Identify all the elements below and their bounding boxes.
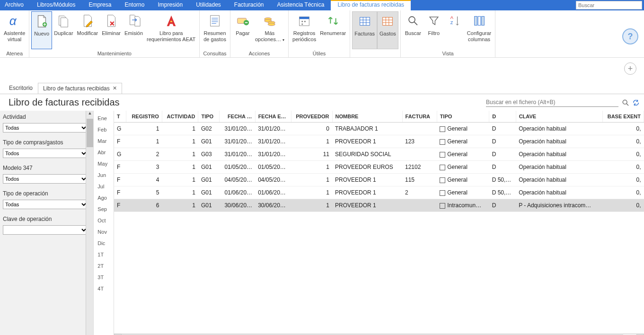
ribbon-group-label: Consultas <box>200 50 230 57</box>
period-dic[interactable]: Dic <box>94 238 114 249</box>
close-icon[interactable]: ✕ <box>113 85 117 91</box>
table-row[interactable]: F11G0131/01/20…31/01/20…1PROVEEDOR 1123G… <box>114 135 644 148</box>
period-ene[interactable]: Ene <box>94 113 114 124</box>
filter-modelo--select[interactable]: Todos <box>3 174 88 184</box>
renumerar-label: Renumerar <box>320 30 346 36</box>
menu-impresi-n[interactable]: Impresión <box>151 0 189 10</box>
mas-opciones-button[interactable]: Másopciones… ▾ <box>253 11 286 49</box>
filter-label: Clave de operación <box>3 216 90 222</box>
ribbon-tab-active[interactable]: Libro de facturas recibidas <box>331 0 411 10</box>
period-1t[interactable]: 1T <box>94 249 114 260</box>
period-sep[interactable]: Sep <box>94 203 114 215</box>
table-row[interactable]: G21G0331/01/20…31/01/20…11SEGURIDAD SOCI… <box>114 148 644 161</box>
tab-escritorio[interactable]: Escritorio <box>4 82 38 93</box>
renumerar-button[interactable]: Renumerar <box>318 11 348 49</box>
menu-archivo[interactable]: Archivo <box>0 0 30 10</box>
column-header[interactable]: BASE EXENT <box>603 111 644 123</box>
period-nov[interactable]: Nov <box>94 226 114 238</box>
duplicar-button[interactable]: Duplicar <box>52 11 75 49</box>
column-header[interactable]: TIPO <box>437 111 489 123</box>
filter-tipo-de-operaci-n-select[interactable]: Todas <box>3 200 88 209</box>
menu-entorno[interactable]: Entorno <box>118 0 151 10</box>
column-header[interactable]: FECHA … <box>220 111 256 123</box>
menu-utilidades[interactable]: Utilidades <box>189 0 228 10</box>
table-row[interactable]: F51G0101/06/20…01/06/20…1PROVEEDOR 12Gen… <box>114 186 644 199</box>
global-search-input[interactable] <box>576 1 642 9</box>
modificar-button[interactable]: Modificar <box>75 11 100 49</box>
period-mar[interactable]: Mar <box>94 135 114 147</box>
column-header[interactable]: FECHA E… <box>255 111 291 123</box>
column-header[interactable]: TIPO <box>198 111 220 123</box>
sort-button[interactable]: AZ <box>444 11 465 49</box>
filter-label: Modelo 347 <box>3 165 90 171</box>
column-header[interactable]: FACTURA <box>402 111 437 123</box>
table-row[interactable]: F61G0130/06/20…30/06/20…1PROVEEDOR 1Intr… <box>114 199 644 212</box>
ribbon-group-label: Acciones <box>230 50 288 57</box>
file-copy-icon <box>56 13 71 28</box>
asistente-virtual-button[interactable]: αAsistentevirtual <box>2 11 27 49</box>
menu-empresa[interactable]: Empresa <box>82 0 118 10</box>
facturas-button[interactable]: Facturas <box>352 11 377 49</box>
menu-facturaci-n[interactable]: Facturación <box>228 0 271 10</box>
data-grid[interactable]: TREGISTROACTIVIDADTIPOFECHA …FECHA E…PRO… <box>114 111 644 334</box>
file-delete-icon <box>104 13 119 28</box>
file-search-input[interactable] <box>486 98 618 107</box>
svg-point-9 <box>268 23 275 26</box>
period-4t[interactable]: 4T <box>94 283 114 294</box>
funnel-icon <box>426 13 441 28</box>
tab-libro-de-facturas-recibidas[interactable]: Libro de facturas recibidas✕ <box>38 83 122 94</box>
nuevo-button[interactable]: Nuevo <box>31 11 52 49</box>
period-jul[interactable]: Jul <box>94 181 114 192</box>
add-page-button[interactable]: + <box>624 62 636 75</box>
libro-aeat-button[interactable]: Libro pararequerimientos AEAT <box>145 11 197 49</box>
column-header[interactable]: NOMBRE <box>332 111 402 123</box>
period-may[interactable]: May <box>94 158 114 169</box>
column-header[interactable]: CLAVE <box>516 111 602 123</box>
period-2t[interactable]: 2T <box>94 260 114 272</box>
period-abr[interactable]: Abr <box>94 147 114 158</box>
svg-rect-12 <box>360 18 370 26</box>
search-icon[interactable] <box>622 99 629 106</box>
filter-scrollbar[interactable]: ▲ <box>86 111 93 335</box>
filtro-button[interactable]: Filtro <box>423 11 444 49</box>
period-jun[interactable]: Jun <box>94 169 114 181</box>
gastos-button[interactable]: Gastos <box>377 11 398 49</box>
menu-libros-m-dulos[interactable]: Libros/Módulos <box>30 0 82 10</box>
filter-actividad-select[interactable]: Todas <box>3 123 88 132</box>
column-header[interactable]: ACTIVIDAD <box>162 111 198 123</box>
period-oct[interactable]: Oct <box>94 215 114 226</box>
svg-rect-3 <box>211 16 220 26</box>
help-icon[interactable]: ? <box>622 28 638 44</box>
refresh-icon[interactable] <box>633 99 639 106</box>
file-plus-icon <box>34 14 49 29</box>
buscar-button[interactable]: Buscar <box>403 11 423 49</box>
column-header[interactable]: PROVEEDOR <box>291 111 332 123</box>
asistente-virtual-label: Asistentevirtual <box>4 30 25 43</box>
table-row[interactable]: G11G0231/01/20…31/01/20…0TRABAJADOR 1Gen… <box>114 123 644 135</box>
config-col-button[interactable]: Configurarcolumnas <box>465 11 493 49</box>
filter-clave-de-operaci-n-select[interactable] <box>3 225 88 235</box>
svg-rect-18 <box>478 17 481 26</box>
eliminar-button[interactable]: Eliminar <box>100 11 123 49</box>
period-feb[interactable]: Feb <box>94 124 114 135</box>
period-3t[interactable]: 3T <box>94 272 114 283</box>
menu-asistencia-t-cnica[interactable]: Asistencia Técnica <box>271 0 331 10</box>
period-sidebar: EneFebMarAbrMayJunJulAgoSepOctNovDic1T2T… <box>94 111 114 335</box>
column-header[interactable]: T <box>114 111 126 123</box>
filter-tipo-de-compras-gastos-select[interactable]: Todos <box>3 149 88 158</box>
ribbon-group-label: Útiles <box>289 50 350 57</box>
column-header[interactable]: D <box>489 111 516 123</box>
reg-periodicos-button[interactable]: Registrosperiódicos <box>291 11 318 49</box>
table-row[interactable]: F31G0101/05/20…01/05/20…1PROVEEDOR EUROS… <box>114 161 644 174</box>
svg-text:A: A <box>450 15 454 20</box>
table-row[interactable]: F41G0104/05/20…04/05/20…1PROVEEDOR 1115G… <box>114 174 644 186</box>
page-title: Libro de facturas recibidas <box>9 97 120 108</box>
filter-label: Tipo de operación <box>3 190 90 197</box>
config-col-label: Configurarcolumnas <box>467 30 491 43</box>
pagar-button[interactable]: Pagar <box>232 11 253 49</box>
column-header[interactable]: REGISTRO <box>126 111 162 123</box>
resumen-gastos-button[interactable]: Resumende gastos <box>202 11 228 49</box>
emision-button[interactable]: Emisión <box>123 11 145 49</box>
period-ago[interactable]: Ago <box>94 192 114 203</box>
facturas-label: Facturas <box>354 31 375 37</box>
